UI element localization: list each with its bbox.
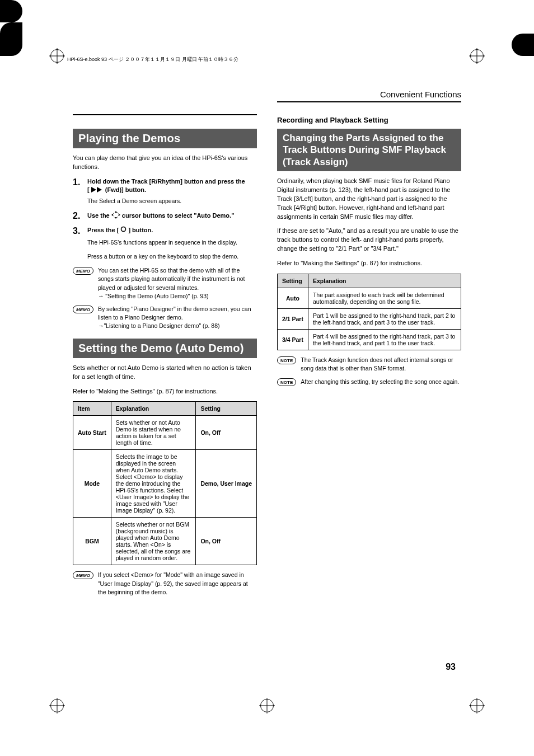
col-header: Explanation	[111, 402, 196, 416]
circle-button-icon	[120, 226, 127, 234]
note-text: After changing this setting, try selecti…	[301, 378, 459, 386]
step-instruction: Use the cursor buttons to select "Auto D…	[87, 211, 257, 221]
crop-ornament-tr	[512, 34, 534, 56]
register-mark-icon	[50, 699, 64, 712]
running-header: Convenient Functions	[277, 90, 461, 99]
col-header: Setting	[278, 274, 308, 288]
cross-reference: Refer to "Making the Settings" (p. 87) f…	[277, 259, 461, 268]
register-mark-icon	[470, 699, 484, 712]
auto-demo-table: Item Explanation Setting Auto Start Sets…	[73, 401, 257, 565]
note-text: The Track Assign function does not affec…	[301, 356, 461, 373]
table-row: 2/1 Part Part 1 will be assigned to the …	[278, 309, 461, 330]
body-text: If these are set to "Auto," and as a res…	[277, 227, 461, 253]
step-result: The HPi-6S's functions appear in sequenc…	[87, 238, 257, 247]
step-number: 1.	[73, 177, 83, 195]
memo-badge: MEMO	[73, 267, 93, 275]
register-mark-icon	[470, 49, 484, 63]
table-row: Auto The part assigned to each track wil…	[278, 288, 461, 309]
table-row: Mode Selects the image to be displayed i…	[73, 450, 257, 518]
table-row: 3/4 Part Part 4 will be assigned to the …	[278, 330, 461, 350]
register-mark-icon	[50, 49, 64, 63]
cursor-arrows-icon	[111, 211, 120, 221]
table-row: Auto Start Sets whether or not Auto Demo…	[73, 416, 257, 450]
step-number: 3.	[73, 226, 83, 236]
svg-marker-3	[115, 211, 117, 213]
svg-point-7	[121, 227, 126, 232]
table-row: BGM Selects whether or not BGM (backgrou…	[73, 518, 257, 565]
svg-marker-4	[115, 217, 117, 219]
note-badge: NOTE	[277, 356, 296, 364]
memo-badge: MEMO	[73, 306, 93, 313]
col-header: Setting	[196, 402, 257, 416]
intro-text: You can play demo that give you an idea …	[73, 154, 257, 172]
fast-forward-icon	[91, 186, 104, 195]
col-header: Explanation	[308, 274, 461, 288]
svg-point-2	[113, 212, 119, 218]
svg-marker-5	[111, 214, 113, 216]
memo-text: If you select <Demo> for "Mode" with an …	[98, 571, 257, 597]
svg-marker-0	[91, 187, 96, 192]
svg-marker-1	[97, 187, 102, 192]
page-number: 93	[446, 662, 456, 672]
step-instruction: Press the [ ] button.	[87, 226, 257, 235]
memo-badge: MEMO	[73, 571, 93, 579]
step-result: Press a button or a key on the keyboard …	[87, 252, 257, 261]
section-title-track-assign: Changing the Parts Assigned to the Track…	[277, 129, 461, 171]
memo-text: You can set the HPi-6S so that the demo …	[98, 266, 257, 300]
svg-marker-6	[119, 214, 120, 216]
col-header: Item	[73, 402, 111, 416]
divider	[73, 114, 257, 115]
section-title-auto-demo: Setting the Demo (Auto Demo)	[73, 339, 257, 358]
step-result: The Select a Demo screen appears.	[87, 197, 257, 205]
divider	[277, 101, 461, 102]
track-assign-table: Setting Explanation Auto The part assign…	[277, 274, 461, 350]
cross-reference: Refer to "Making the Settings" (p. 87) f…	[73, 387, 257, 396]
note-badge: NOTE	[277, 378, 296, 386]
step-instruction: Hold down the Track [R/Rhythm] button an…	[87, 177, 257, 195]
crop-header-text: HPi-6S-e.book 93 ページ ２００７年１１月１９日 月曜日 午前１…	[67, 56, 238, 63]
category-heading: Recording and Playback Setting	[277, 116, 461, 124]
register-mark-icon	[260, 699, 274, 712]
body-text: Sets whether or not Auto Demo is started…	[73, 364, 257, 382]
crop-ornament-tl	[0, 34, 22, 56]
section-title-playing-demos: Playing the Demos	[73, 129, 257, 148]
crop-ornament-bl	[0, 0, 22, 22]
body-text: Ordinarily, when playing back SMF music …	[277, 177, 461, 222]
memo-text: By selecting "Piano Designer" in the dem…	[98, 305, 257, 331]
step-number: 2.	[73, 211, 83, 221]
